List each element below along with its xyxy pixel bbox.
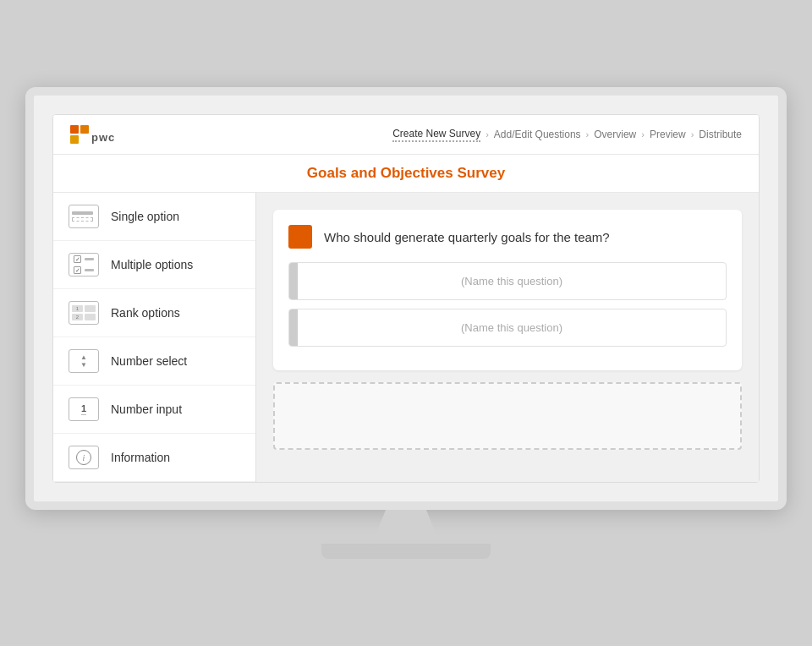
answer-handle-1 bbox=[289, 263, 298, 299]
monitor: pwc Create New Survey › Add/Edit Questio… bbox=[25, 87, 787, 559]
breadcrumb-add-edit[interactable]: Add/Edit Questions bbox=[494, 129, 581, 140]
sidebar-item-single-option[interactable]: Single option bbox=[53, 193, 255, 241]
sidebar-item-multiple-options[interactable]: ✓ ✓ Multiple options bbox=[53, 241, 255, 289]
answer-option-2[interactable]: (Name this question) bbox=[288, 309, 727, 347]
breadcrumb-sep-2: › bbox=[586, 129, 590, 140]
drop-zone[interactable] bbox=[273, 382, 742, 450]
pwc-logo: pwc bbox=[70, 125, 115, 144]
app-container: pwc Create New Survey › Add/Edit Questio… bbox=[52, 114, 760, 483]
pwc-squares-icon bbox=[70, 125, 89, 144]
multiple-options-icon: ✓ ✓ bbox=[69, 253, 99, 276]
answer-option-1[interactable]: (Name this question) bbox=[288, 262, 727, 300]
question-card: Who should generate quarterly goals for … bbox=[273, 210, 742, 370]
answer-text-2[interactable]: (Name this question) bbox=[298, 309, 726, 346]
monitor-base bbox=[321, 544, 491, 559]
monitor-screen: pwc Create New Survey › Add/Edit Questio… bbox=[25, 87, 787, 510]
sidebar-item-rank-options[interactable]: 1 2 Rank options bbox=[53, 289, 255, 337]
sidebar-label-rank-options: Rank options bbox=[111, 306, 180, 320]
sidebar-label-number-select: Number select bbox=[111, 354, 187, 368]
rank-options-icon: 1 2 bbox=[69, 301, 99, 325]
survey-title-bar: Goals and Objectives Survey bbox=[53, 155, 759, 193]
number-input-icon: 1 bbox=[69, 397, 99, 421]
breadcrumb: Create New Survey › Add/Edit Questions ›… bbox=[392, 128, 742, 142]
monitor-stand bbox=[25, 510, 787, 559]
answer-handle-2 bbox=[289, 309, 298, 346]
sidebar-label-multiple-options: Multiple options bbox=[111, 258, 193, 271]
sidebar-label-single-option: Single option bbox=[111, 210, 179, 223]
survey-title: Goals and Objectives Survey bbox=[307, 165, 505, 181]
sidebar: Single option ✓ ✓ bbox=[53, 193, 256, 482]
sidebar-item-number-select[interactable]: ▲ ▼ Number select bbox=[53, 337, 255, 386]
breadcrumb-distribute[interactable]: Distribute bbox=[699, 129, 742, 140]
question-marker bbox=[288, 225, 312, 249]
single-option-icon bbox=[69, 205, 99, 228]
number-select-icon: ▲ ▼ bbox=[69, 349, 99, 373]
main-content: Who should generate quarterly goals for … bbox=[256, 193, 759, 482]
breadcrumb-sep-3: › bbox=[641, 129, 645, 140]
answer-text-1[interactable]: (Name this question) bbox=[298, 263, 726, 299]
sidebar-label-number-input: Number input bbox=[111, 402, 182, 416]
sidebar-item-number-input[interactable]: 1 Number input bbox=[53, 386, 255, 434]
monitor-neck bbox=[372, 510, 440, 544]
breadcrumb-create-survey[interactable]: Create New Survey bbox=[392, 128, 480, 142]
sidebar-label-information: Information bbox=[111, 451, 170, 464]
app-header: pwc Create New Survey › Add/Edit Questio… bbox=[53, 115, 759, 155]
app-body: Single option ✓ ✓ bbox=[53, 193, 759, 482]
breadcrumb-sep-1: › bbox=[486, 129, 489, 140]
pwc-brand-text: pwc bbox=[91, 131, 115, 144]
question-text: Who should generate quarterly goals for … bbox=[324, 230, 610, 244]
sidebar-item-information[interactable]: i Information bbox=[53, 434, 255, 482]
breadcrumb-preview[interactable]: Preview bbox=[650, 129, 686, 140]
breadcrumb-overview[interactable]: Overview bbox=[594, 129, 636, 140]
information-icon: i bbox=[69, 446, 99, 469]
breadcrumb-sep-4: › bbox=[691, 129, 694, 140]
question-header: Who should generate quarterly goals for … bbox=[288, 225, 727, 249]
